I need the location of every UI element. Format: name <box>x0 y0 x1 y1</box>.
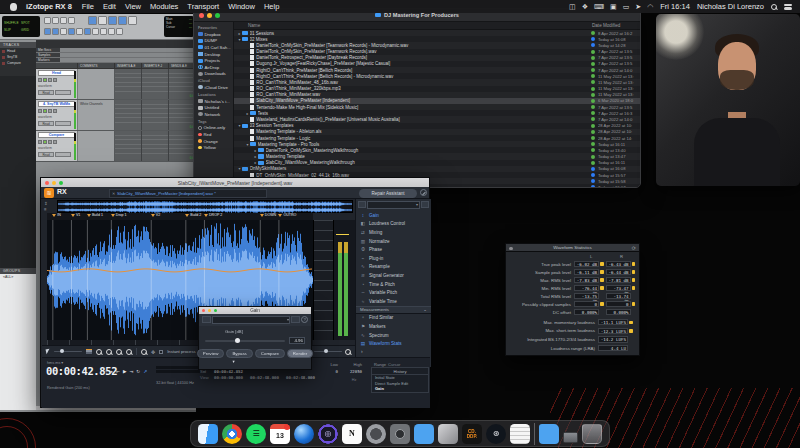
menu-item[interactable]: Transport <box>187 2 219 11</box>
file-row[interactable]: ▾ OnMySkinMasters Today at 16:08 <box>234 166 640 172</box>
track-header[interactable]: Compare waveform Read <box>36 131 78 161</box>
file-row[interactable]: Tentendo-Make Me High-Final Mix [Sidekic… <box>234 104 640 110</box>
track-automation[interactable]: Read <box>38 152 71 157</box>
menu-item[interactable]: Window <box>228 2 255 11</box>
track-strip[interactable]: 4. SnyTB WdMa waveform Read White Channe… <box>36 100 196 131</box>
zoom-icon[interactable] <box>345 349 351 355</box>
edit-mode-button[interactable]: SPOT <box>21 21 38 25</box>
file-row[interactable]: ▾ 03 Session Templates 28 Apr 2022 at 10… <box>234 123 640 129</box>
track-name[interactable]: Head <box>38 70 75 76</box>
track-buttons[interactable] <box>38 109 57 113</box>
refresh-icon[interactable]: ⟳ <box>632 245 636 251</box>
module-item[interactable]: ⇄Mixing <box>356 228 431 237</box>
edit-mode-button[interactable]: SHUFFLE <box>4 21 21 25</box>
sidebar-item[interactable]: 01 Carl Sah... <box>194 44 233 51</box>
module-item[interactable]: ⌖Find Similar <box>356 314 431 323</box>
track-inserts-b[interactable] <box>142 131 169 161</box>
marker-flag[interactable]: Drop 1 <box>111 213 127 217</box>
edit-pen-icon[interactable] <box>420 189 427 196</box>
play-button[interactable]: ▶ <box>123 369 127 374</box>
column-name[interactable]: Name <box>234 23 592 28</box>
overview-tools[interactable]: ⇕≡ <box>44 201 55 213</box>
go-to-start-button[interactable]: ⇤ <box>116 369 120 374</box>
preset-icon[interactable] <box>202 316 211 323</box>
transport-buttons[interactable] <box>88 16 137 25</box>
vertical-zoom-slider[interactable] <box>314 351 342 353</box>
gain-titlebar[interactable]: Gain <box>199 307 311 314</box>
file-row[interactable]: DanielTonk_OnMySkin_PreMaster [Teamwork … <box>234 42 640 48</box>
dock-spotify[interactable]: ☰ <box>246 424 266 444</box>
preset-dropdown[interactable]: ▾ <box>367 201 420 209</box>
module-item[interactable]: ◔Time & Pitch <box>356 280 431 289</box>
marker-flag[interactable]: V2 <box>151 213 160 217</box>
window-controls[interactable] <box>202 309 217 312</box>
track-comment[interactable] <box>78 131 115 161</box>
preset-dropdown[interactable]: ▾ <box>212 316 290 324</box>
menu-item[interactable]: Edit <box>103 2 116 11</box>
module-item[interactable]: ≈Variable Time <box>356 297 431 306</box>
gain-slider[interactable] <box>205 340 285 342</box>
battery-icon[interactable]: ▭ <box>623 0 630 13</box>
menu-item[interactable]: Modules <box>150 2 178 11</box>
file-row[interactable]: ▾ 02 Mixes Today at 16:08 <box>234 36 640 42</box>
file-row[interactable]: RO_Can'tThink_MiniMaster_48_16b.wav 11 M… <box>234 79 640 85</box>
marker-flag[interactable]: IN <box>52 213 61 217</box>
close-icon[interactable] <box>509 247 513 251</box>
repair-assistant-button[interactable]: Repair Assistant <box>359 189 417 198</box>
file-row[interactable]: ▸ 01 Sessions 8 Apr 2022 at 16:2 <box>234 30 640 36</box>
file-row[interactable]: ▸ Tests 7 Apr 2022 at 16:3 <box>234 110 640 116</box>
file-row[interactable]: DanielTonk_OnMySkin_PreMaster [Teamwork … <box>234 49 640 55</box>
track-buttons[interactable] <box>38 140 57 144</box>
file-row[interactable]: ▸ DanielTonk_OnMySkin_MasteringWalkthrou… <box>234 147 640 153</box>
measurements-header[interactable]: Measurements⌄ <box>356 306 431 314</box>
menu-item[interactable]: File <box>82 2 94 11</box>
layers-icon[interactable] <box>86 349 92 354</box>
marker-flag[interactable]: OUTRO <box>278 213 296 217</box>
edit-mode-button[interactable]: SLIP <box>4 28 21 32</box>
file-tab[interactable]: ✕SlabCity_IWantMove_PreMaster [Independe… <box>109 189 267 198</box>
gain-value[interactable]: 4.96 <box>289 337 305 344</box>
file-row[interactable]: Wasteland_HaulinxCardsRemix()_PreMaster … <box>234 116 640 122</box>
dock-finder[interactable] <box>198 424 218 444</box>
dock-metal-app[interactable] <box>438 424 458 444</box>
sidebar-item[interactable]: Network <box>194 111 233 118</box>
file-row[interactable]: Mastering Template - Ableton.als 28 Apr … <box>234 129 640 135</box>
track-sends[interactable]: 0.0 <box>169 69 196 99</box>
zoom-in-icon[interactable] <box>96 349 102 355</box>
module-item[interactable]: ↕Gain <box>356 211 431 220</box>
file-row[interactable]: Dugong.Jr_Voyager[FeatRickyChase]_PreMas… <box>234 61 640 67</box>
marker-flag[interactable]: Build 2 <box>185 213 201 217</box>
track-view-mode[interactable]: waveform <box>38 146 52 150</box>
track-strip[interactable]: Head waveform Read 0.0 <box>36 69 196 100</box>
module-item[interactable]: ∽Variable Pitch <box>356 288 431 297</box>
stats-titlebar[interactable]: Waveform Statistics ⟳ <box>506 244 639 252</box>
gain-action-button[interactable]: Preview <box>197 349 225 358</box>
module-item[interactable]: ≋Signal Generator <box>356 271 431 280</box>
sidebar-item[interactable]: iCloud Drive <box>194 84 233 91</box>
sidebar-item[interactable]: Desktop <box>194 51 233 58</box>
zoom-fit-icon[interactable] <box>126 349 132 355</box>
track-name[interactable]: 4. SnyTB WdMa <box>38 101 75 107</box>
track-header[interactable]: Head waveform Read <box>36 69 78 99</box>
gain-action-button[interactable]: Bypass ▾ <box>226 349 252 358</box>
dock-minimized-window[interactable] <box>563 432 578 443</box>
column-comments[interactable]: COMMENTS <box>78 63 115 68</box>
track-list-item[interactable]: Compare <box>0 60 36 66</box>
track-automation[interactable]: Read <box>38 90 71 95</box>
gain-action-button[interactable]: Compare <box>255 349 285 358</box>
sidebar-item[interactable]: Nicholas's i... <box>194 98 233 105</box>
track-comment[interactable] <box>78 69 115 99</box>
file-row[interactable]: RO_Can'tThink_MiniMaster_320kbps.mp3 11 … <box>234 86 640 92</box>
record-button[interactable]: ● <box>110 369 113 374</box>
preset-save-icon[interactable] <box>421 201 429 208</box>
track-inserts-a[interactable] <box>115 69 142 99</box>
menubar-user[interactable]: Nicholas Di Lorenzo <box>697 2 764 11</box>
menu-item[interactable]: View <box>125 2 141 11</box>
selection-cursor-icon[interactable] <box>46 349 51 355</box>
panel-more-arrow[interactable]: › <box>356 348 431 354</box>
keyboard-icon[interactable]: ⌨ <box>594 0 604 13</box>
send-back-button[interactable]: ↗ <box>143 369 147 374</box>
zoom-slider[interactable] <box>54 351 82 353</box>
track-sends[interactable]: 0.0 <box>169 100 196 130</box>
tab-close-icon[interactable]: ✕ <box>112 190 115 198</box>
